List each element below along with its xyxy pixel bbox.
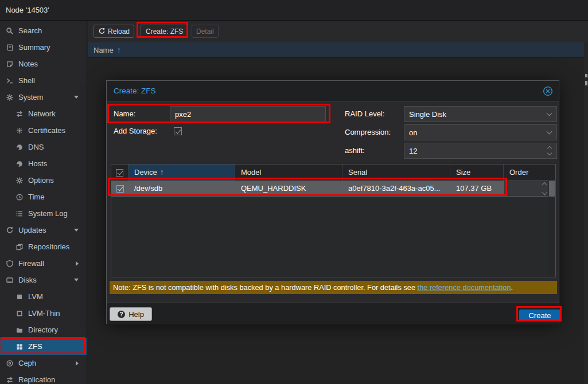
sidebar-item-label: ZFS xyxy=(28,342,42,351)
sidebar-item-notes[interactable]: Notes xyxy=(0,56,87,72)
sidebar-item-system[interactable]: System xyxy=(0,89,87,105)
create-zfs-button[interactable]: Create: ZFS xyxy=(141,25,188,38)
column-header-size[interactable]: Size xyxy=(450,164,504,181)
sidebar-item-directory[interactable]: Directory xyxy=(0,322,87,338)
sidebar-item-ceph[interactable]: Ceph xyxy=(0,355,87,371)
sidebar-item-label: Search xyxy=(18,26,42,35)
repositories-icon xyxy=(15,243,24,251)
sidebar-item-dns[interactable]: DNS xyxy=(0,139,87,155)
column-header-model[interactable]: Model xyxy=(235,164,342,181)
sidebar-item-label: Hosts xyxy=(28,159,47,168)
certificates-icon xyxy=(15,127,24,135)
sidebar-item-search[interactable]: Search xyxy=(0,22,87,39)
compression-select[interactable]: on xyxy=(404,124,557,140)
reference-documentation-link[interactable]: the reference documentation xyxy=(418,283,511,292)
chevron-down-icon xyxy=(74,229,79,232)
sidebar-item-lvm[interactable]: LVM xyxy=(0,288,87,305)
spinner-up-icon[interactable] xyxy=(542,183,547,188)
shell-icon xyxy=(6,77,14,85)
table-scrollbar-thumb[interactable] xyxy=(549,181,555,197)
create-button[interactable]: Create xyxy=(519,309,560,322)
dialog-title: Create: ZFS xyxy=(114,81,156,101)
sidebar-item-disks[interactable]: Disks xyxy=(0,272,87,288)
sidebar-item-certificates[interactable]: Certificates xyxy=(0,122,87,139)
reload-button[interactable]: Reload xyxy=(94,25,134,38)
zfs-icon xyxy=(15,343,24,351)
chevron-right-icon xyxy=(76,261,79,266)
detail-button[interactable]: Detail xyxy=(192,25,219,38)
list-header-name[interactable]: Name↑ xyxy=(88,42,584,58)
sidebar-item-label: Certificates xyxy=(28,126,65,135)
sidebar-item-label: Options xyxy=(28,176,54,185)
order-spinner[interactable] xyxy=(504,181,550,196)
sidebar-item-system-log[interactable]: System Log xyxy=(0,205,87,222)
raid-level-select[interactable]: Single Disk xyxy=(404,106,557,122)
close-icon[interactable] xyxy=(543,86,553,96)
sidebar-item-options[interactable]: Options xyxy=(0,172,87,189)
sidebar-item-label: Directory xyxy=(28,326,58,334)
disks-icon xyxy=(6,276,14,284)
name-input[interactable] xyxy=(170,106,326,122)
raid-level-label: RAID Level: xyxy=(345,106,384,122)
sidebar-item-label: Time xyxy=(28,193,44,201)
sidebar-item-shell[interactable]: Shell xyxy=(0,72,87,89)
firewall-icon xyxy=(6,260,14,268)
cell-size: 107.37 GB xyxy=(450,181,504,197)
ashift-spinner[interactable]: 12 xyxy=(404,143,557,159)
spinner-down-icon[interactable] xyxy=(547,151,552,155)
summary-icon xyxy=(6,44,14,52)
column-header-device[interactable]: Device↑ xyxy=(128,164,235,181)
spinner-down-icon[interactable] xyxy=(542,189,547,194)
sidebar-item-label: Summary xyxy=(18,43,50,52)
sidebar-item-label: Notes xyxy=(18,60,38,68)
sidebar-item-label: LVM xyxy=(28,292,43,301)
sidebar-item-updates[interactable]: Updates xyxy=(0,222,87,238)
sidebar-item-label: Disks xyxy=(18,276,37,284)
sidebar-item-firewall[interactable]: Firewall xyxy=(0,255,87,272)
ashift-value: 12 xyxy=(409,147,417,155)
device-table: Device↑ModelSerialSizeOrder /dev/sdbQEMU… xyxy=(111,164,556,277)
detail-label: Detail xyxy=(196,28,214,36)
column-header-order[interactable]: Order xyxy=(504,164,551,181)
dialog-footer: ? Help Create xyxy=(107,303,559,324)
cell-serial: a0ef7810-3a2f-463a-ac05... xyxy=(342,181,450,197)
sidebar-item-replication[interactable]: Replication xyxy=(0,371,87,384)
add-storage-checkbox[interactable] xyxy=(174,127,182,135)
top-bar: Node '14503' xyxy=(0,0,588,21)
device-table-row[interactable]: /dev/sdbQEMU_HARDDISKa0ef7810-3a2f-463a-… xyxy=(111,181,555,197)
sidebar-item-hosts[interactable]: Hosts xyxy=(0,155,87,172)
name-label: Name: xyxy=(114,106,135,122)
raid-level-value: Single Disk xyxy=(409,110,446,119)
row-checkbox[interactable] xyxy=(116,185,124,193)
help-button[interactable]: ? Help xyxy=(110,307,152,321)
note-bar: Note: ZFS is not compatible with disks b… xyxy=(110,281,557,294)
create-zfs-dialog: Create: ZFS Name: Add Storage: RAID Leve… xyxy=(106,80,559,324)
network-icon xyxy=(15,110,24,118)
add-storage-label: Add Storage: xyxy=(114,123,157,139)
sidebar-item-summary[interactable]: Summary xyxy=(0,39,87,56)
sidebar-item-repositories[interactable]: Repositories xyxy=(0,238,87,255)
table-scrollbar[interactable] xyxy=(548,181,555,277)
scroll-mark xyxy=(585,74,587,77)
column-header-serial[interactable]: Serial xyxy=(342,164,450,181)
sidebar-item-time[interactable]: Time xyxy=(0,189,87,205)
select-all-checkbox[interactable] xyxy=(116,169,123,177)
sidebar-item-zfs[interactable]: ZFS xyxy=(0,338,87,355)
main-scrollbar[interactable] xyxy=(584,42,588,384)
replication-icon xyxy=(6,376,14,384)
sidebar-item-label: Shell xyxy=(18,76,35,85)
sidebar-item-network[interactable]: Network xyxy=(0,105,87,122)
sidebar: SearchSummaryNotesShellSystemNetworkCert… xyxy=(0,21,87,384)
sidebar-item-lvm-thin[interactable]: LVM-Thin xyxy=(0,305,87,322)
search-icon xyxy=(6,27,14,35)
dns-icon xyxy=(15,143,24,151)
create-zfs-label: Create: ZFS xyxy=(146,28,183,36)
compression-value: on xyxy=(409,128,417,137)
chevron-right-icon xyxy=(76,361,79,366)
sidebar-item-label: System Log xyxy=(28,209,68,218)
chevron-down-icon xyxy=(74,279,79,281)
help-icon: ? xyxy=(118,311,125,318)
dialog-header: Create: ZFS xyxy=(107,81,559,101)
select-all-checkbox-cell[interactable] xyxy=(111,164,128,181)
system-icon xyxy=(6,93,14,101)
